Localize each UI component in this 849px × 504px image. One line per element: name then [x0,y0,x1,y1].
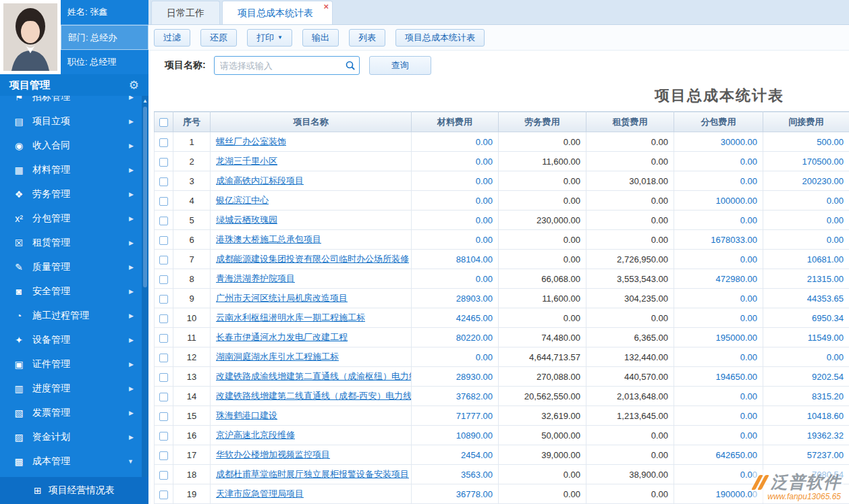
sidebar-item-certificate[interactable]: ▣证件管理▶ [0,352,142,376]
row-checkbox[interactable] [159,491,168,499]
sidebar: 姓名: 张鑫 部门: 总经办 职位: 总经理 项目管理 ⚙ ⚑招标管理▶▤项目立… [0,0,148,504]
cost-icon: ▩ [11,456,27,467]
row-checkbox[interactable] [159,334,168,343]
close-icon[interactable]: × [323,2,329,11]
print-button[interactable]: 打印▼ [247,29,292,47]
indirect-cost-cell: 200230.00 [763,171,849,191]
row-index: 7 [173,250,211,269]
sidebar-scrollbar[interactable]: ▲ [142,96,148,477]
row-checkbox[interactable] [159,354,168,362]
restore-button[interactable]: 还原 [200,29,237,47]
row-checkbox[interactable] [159,256,168,264]
profile-name: 姓名: 张鑫 [61,0,148,25]
project-link[interactable]: 湖南洞庭湖水库引水工程施工标 [216,352,339,362]
labor-cost-cell: 0.00 [499,171,586,191]
sidebar-item-project-report[interactable]: ⊞ 项目经营情况表 [0,477,148,504]
sidebar-item-labor[interactable]: ❖劳务管理▶ [0,182,142,206]
output-button[interactable]: 输出 [302,29,339,47]
sidebar-item-construction-process[interactable]: ◔施工过程管理▶ [0,304,142,328]
table-row: 5绿城云栖玫瑰园0.00230,000.000.000.000.00 [155,211,849,230]
scroll-up-icon[interactable]: ▲ [142,96,148,105]
lease-cost-cell: 0.00 [586,152,674,171]
project-link[interactable]: 珠海鹤港口建设 [216,410,277,420]
subcontract-icon: x² [11,213,27,224]
project-link[interactable]: 青海洪湖养护院项目 [216,273,295,283]
sidebar-item-project-setup[interactable]: ▤项目立项▶ [0,109,142,134]
row-checkbox[interactable] [159,275,168,284]
sidebar-item-invoice[interactable]: ▧发票管理▶ [0,401,142,425]
subcontract-cost-cell: 642650.00 [674,445,763,465]
list-button[interactable]: 列表 [349,29,385,47]
project-link[interactable]: 天津市应急管理局项目 [216,488,304,499]
project-name-cell: 珠海鹤港口建设 [211,406,412,426]
sidebar-item-cost[interactable]: ▩成本管理▼ [0,449,142,474]
row-checkbox[interactable] [159,471,168,480]
sidebar-item-material[interactable]: ▦材料管理▶ [0,158,142,182]
tab-daily-work[interactable]: 日常工作 [151,1,220,24]
row-checkbox[interactable] [159,158,168,167]
row-checkbox[interactable] [159,314,168,323]
chevron-right-icon: ▶ [129,264,134,271]
indirect-cost-cell: 21315.00 [763,269,849,289]
sidebar-item-quality[interactable]: ✎质量管理▶ [0,255,142,279]
project-link[interactable]: 改建铁路线增建第二线直通线（成都-西安）电力线 [216,391,412,401]
user-profile: 姓名: 张鑫 部门: 总经办 职位: 总经理 [0,0,148,74]
project-link[interactable]: 华软办公楼增加视频监控项目 [216,449,330,459]
indirect-cost-cell: 7080.54 [763,465,849,484]
row-checkbox[interactable] [159,373,168,382]
row-checkbox[interactable] [159,197,168,206]
sidebar-item-safety[interactable]: ◙安全管理▶ [0,279,142,304]
project-name-cell: 云南水利枢纽潜明水库一期工程施工标 [211,308,412,328]
query-button[interactable]: 查询 [369,56,431,75]
project-link[interactable]: 改建铁路成渝线增建第二直通线（成渝枢纽）电力线 [216,371,412,381]
sidebar-item-progress[interactable]: ▥进度管理▶ [0,376,142,401]
sidebar-item-income-contract[interactable]: ◉收入合同▶ [0,134,142,158]
filter-button[interactable]: 过滤 [154,29,190,47]
project-link[interactable]: 成渝高铁内江标段项目 [216,175,304,186]
tab-project-cost-report[interactable]: 项目总成本统计表 × [222,1,333,24]
row-checkbox[interactable] [159,295,168,304]
gear-icon[interactable]: ⚙ [129,78,139,92]
row-checkbox[interactable] [159,412,168,421]
project-link[interactable]: 港珠澳大桥施工总承包项目 [216,234,321,244]
sidebar-item-bid[interactable]: ⚑招标管理▶ [0,96,142,109]
sidebar-item-lease[interactable]: ☒租赁管理▶ [0,231,142,255]
row-checkbox[interactable] [159,236,168,245]
profile-department[interactable]: 部门: 总经办 [61,25,148,51]
row-index: 14 [173,387,211,406]
row-checkbox[interactable] [159,217,168,225]
row-index: 15 [173,406,211,426]
project-link[interactable]: 长春市伊通河水力发电厂改建工程 [216,332,348,342]
project-link[interactable]: 螺丝厂办公室装饰 [216,136,286,146]
sidebar-item-fund-plan[interactable]: ▨资金计划▶ [0,425,142,449]
sidebar-section-title: 项目管理 [9,79,50,92]
row-index: 11 [173,328,211,347]
project-name-input[interactable] [214,56,360,75]
main-panel: 日常工作 项目总成本统计表 × 过滤还原打印▼输出列表项目总成本统计表 项目名称… [148,0,849,504]
project-link[interactable]: 龙湖三千里小区 [216,156,277,166]
indirect-cost-cell: 0.00 [763,230,849,250]
row-checkbox[interactable] [159,177,168,186]
lease-cost-cell: 6,365.00 [586,328,674,347]
cost-report-button[interactable]: 项目总成本统计表 [395,29,485,47]
select-all-checkbox[interactable] [159,118,168,127]
row-checkbox[interactable] [159,451,168,460]
subcontract-cost-cell: 0.00 [674,465,763,484]
scrollbar-thumb[interactable] [143,107,147,287]
sidebar-menu-wrap: ⚑招标管理▶▤项目立项▶◉收入合同▶▦材料管理▶❖劳务管理▶x²分包管理▶☒租赁… [0,96,148,477]
subcontract-cost-cell: 0.00 [674,347,763,367]
row-checkbox[interactable] [159,138,168,147]
row-checkbox[interactable] [159,432,168,441]
sidebar-item-subcontract[interactable]: x²分包管理▶ [0,206,142,231]
row-checkbox[interactable] [159,393,168,401]
table-body: 1螺丝厂办公室装饰0.000.000.0030000.00500.002龙湖三千… [155,132,849,504]
project-link[interactable]: 成都能源建设集团投资有限公司临时办公场所装修 [216,254,409,264]
search-icon[interactable] [345,60,356,71]
project-link[interactable]: 京沪高速北京段维修 [216,430,295,440]
project-link[interactable]: 银亿滨江中心 [216,195,269,205]
sidebar-item-equipment[interactable]: ✦设备管理▶ [0,328,142,352]
project-link[interactable]: 广州市天河区统计局机房改造项目 [216,293,348,303]
project-link[interactable]: 绿城云栖玫瑰园 [216,215,277,225]
project-link[interactable]: 云南水利枢纽潜明水库一期工程施工标 [216,312,365,323]
project-link[interactable]: 成都杜甫草堂临时展厅独立展柜报警设备安装项目 [216,469,409,479]
